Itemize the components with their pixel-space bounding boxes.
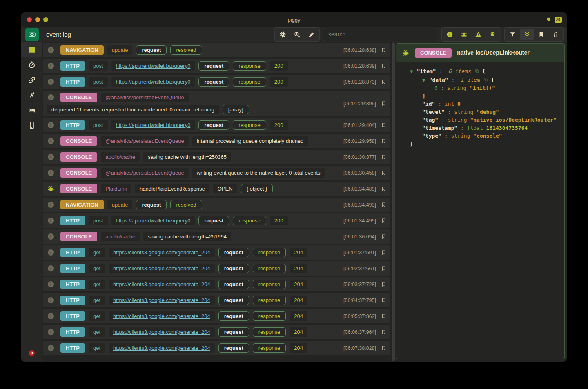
event-action-button[interactable]: request	[198, 77, 229, 87]
bookmark-icon[interactable]	[381, 138, 386, 144]
event-row[interactable]: CONSOLE@analytics/persistedEventQueuedeq…	[43, 91, 390, 116]
bookmark-icon[interactable]	[381, 202, 386, 208]
sidebar-item-phone[interactable]	[21, 118, 42, 133]
request-url-link[interactable]: https://clients3.google.com/generate_204	[109, 343, 215, 353]
event-action-button[interactable]: response	[253, 343, 286, 353]
bookmark-icon[interactable]	[381, 122, 386, 129]
event-action-button[interactable]: request	[198, 61, 229, 71]
bookmark-icon[interactable]	[381, 100, 386, 107]
request-url-link[interactable]: https://clients3.google.com/generate_204	[109, 264, 215, 273]
filter-icon[interactable]	[506, 29, 519, 40]
bookmark-icon[interactable]	[381, 313, 386, 320]
request-url-link[interactable]: https://clients3.google.com/generate_204	[109, 248, 215, 257]
zoom-in-icon[interactable]	[290, 29, 304, 40]
event-action-button[interactable]: request	[198, 216, 229, 225]
event-row[interactable]: CONSOLE@analytics/persistedEventQueuewri…	[43, 166, 390, 180]
tree-toggle-icon[interactable]: ▼	[410, 69, 413, 74]
info-level-icon[interactable]	[443, 29, 457, 40]
event-row[interactable]: HTTPgethttps://clients3.google.com/gener…	[43, 261, 390, 276]
tree-toggle-icon[interactable]: ▼	[422, 78, 425, 82]
bookmarks-icon[interactable]	[535, 29, 548, 40]
event-action-button[interactable]: response	[253, 280, 286, 289]
event-action-button[interactable]: response	[233, 216, 266, 225]
pause-button[interactable]	[28, 349, 36, 357]
event-action-button[interactable]: response	[253, 327, 286, 337]
request-url-link[interactable]: https://clients3.google.com/generate_204	[109, 280, 215, 289]
event-action-button[interactable]: response	[233, 77, 266, 87]
bookmark-icon[interactable]	[381, 265, 386, 272]
event-action-button[interactable]: request	[136, 200, 167, 209]
scrollbar[interactable]	[390, 42, 396, 362]
event-action-button[interactable]: request	[218, 248, 249, 257]
bookmark-icon[interactable]	[381, 154, 386, 160]
event-action-button[interactable]: [array]	[223, 105, 249, 114]
event-action-button[interactable]: resolved	[170, 45, 202, 55]
marker-icon[interactable]	[305, 29, 318, 40]
event-row[interactable]: CONSOLE@analytics/persistedEventQueueint…	[43, 134, 390, 148]
event-action-button[interactable]: request	[218, 327, 249, 337]
scrollbar-thumb[interactable]	[392, 42, 395, 361]
bookmark-icon[interactable]	[381, 218, 386, 224]
event-row[interactable]: HTTPposthttps://api.nerdwallet.biz/query…	[43, 213, 390, 228]
event-row[interactable]: CONSOLEapollo/cachesaving cache with len…	[43, 229, 390, 244]
bookmark-icon[interactable]	[381, 249, 386, 256]
bookmark-icon[interactable]	[381, 47, 386, 53]
collapse-all-icon[interactable]	[520, 29, 534, 40]
event-action-button[interactable]: request	[218, 280, 249, 289]
copy-icon[interactable]	[474, 67, 479, 72]
event-action-button[interactable]: request	[136, 45, 167, 55]
minimize-button[interactable]	[35, 17, 40, 22]
event-row[interactable]: HTTPgethttps://clients3.google.com/gener…	[43, 277, 390, 291]
event-action-button[interactable]: request	[218, 264, 249, 273]
event-row[interactable]: HTTPposthttps://api.nerdwallet.biz/query…	[43, 75, 390, 89]
event-row[interactable]: HTTPgethttps://clients3.google.com/gener…	[43, 245, 390, 260]
bookmark-icon[interactable]	[381, 186, 386, 192]
request-url-link[interactable]: https://api.nerdwallet.biz/query0	[111, 120, 195, 130]
event-row[interactable]: HTTPgethttps://clients3.google.com/gener…	[43, 293, 390, 307]
event-action-button[interactable]: request	[218, 296, 249, 305]
search-input[interactable]	[323, 28, 438, 41]
error-level-icon[interactable]	[486, 29, 499, 40]
settings-icon[interactable]	[276, 29, 290, 40]
event-row[interactable]: HTTPposthttps://api.nerdwallet.biz/query…	[43, 118, 390, 132]
warning-level-icon[interactable]	[472, 29, 485, 40]
request-url-link[interactable]: https://api.nerdwallet.biz/query0	[111, 61, 195, 71]
bookmark-icon[interactable]	[381, 79, 386, 85]
bookmark-icon[interactable]	[381, 297, 386, 304]
sidebar-item-link[interactable]	[21, 72, 42, 87]
event-row[interactable]: HTTPposthttps://api.nerdwallet.biz/query…	[43, 59, 390, 73]
bookmark-icon[interactable]	[381, 63, 386, 69]
event-action-button[interactable]: request	[218, 311, 249, 321]
event-action-button[interactable]: { object }	[241, 184, 273, 193]
event-action-button[interactable]: response	[253, 248, 286, 257]
event-row[interactable]: HTTPgethttps://clients3.google.com/gener…	[43, 341, 390, 355]
event-row[interactable]: CONSOLEPlaidLinkhandlePlaidEventResponse…	[43, 182, 390, 196]
event-action-button[interactable]: resolved	[170, 200, 202, 209]
event-action-button[interactable]: response	[253, 311, 286, 321]
event-action-button[interactable]: response	[253, 264, 286, 273]
request-url-link[interactable]: https://api.nerdwallet.biz/query0	[111, 216, 195, 225]
clear-icon[interactable]	[549, 29, 562, 40]
event-action-button[interactable]: request	[218, 343, 249, 353]
bookmark-icon[interactable]	[381, 329, 386, 336]
event-row[interactable]: HTTPgethttps://clients3.google.com/gener…	[43, 309, 390, 323]
sidebar-item-event-log[interactable]	[21, 42, 42, 57]
sidebar-item-stopwatch[interactable]	[21, 57, 42, 72]
bookmark-icon[interactable]	[381, 233, 386, 240]
zoom-button[interactable]	[43, 17, 48, 22]
event-row[interactable]: NAVIGATIONupdaterequestresolved[06:01:34…	[43, 198, 390, 212]
event-action-button[interactable]: request	[198, 120, 229, 130]
request-url-link[interactable]: https://clients3.google.com/generate_204	[109, 296, 215, 305]
event-action-button[interactable]: response	[253, 296, 286, 305]
sidebar-item-bed[interactable]	[21, 102, 42, 118]
close-button[interactable]	[27, 17, 32, 22]
event-row[interactable]: HTTPgethttps://clients3.google.com/gener…	[43, 325, 390, 339]
event-action-button[interactable]: response	[233, 61, 266, 71]
debug-level-icon[interactable]	[457, 29, 471, 40]
request-url-link[interactable]: https://clients3.google.com/generate_204	[109, 311, 215, 321]
request-url-link[interactable]: https://clients3.google.com/generate_204	[109, 327, 215, 337]
bookmark-icon[interactable]	[381, 345, 386, 351]
sidebar-item-rocket[interactable]	[21, 87, 42, 102]
bookmark-icon[interactable]	[381, 170, 386, 176]
bookmark-icon[interactable]	[381, 281, 386, 288]
